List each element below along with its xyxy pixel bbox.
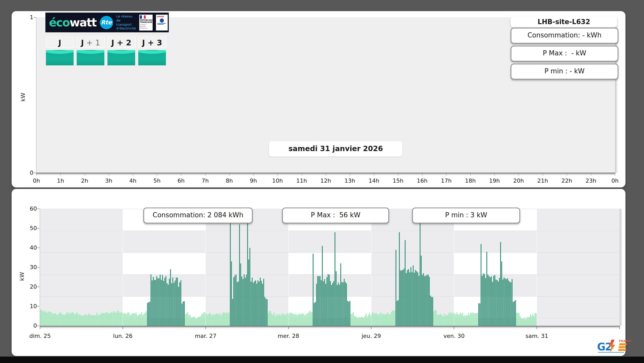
top-chart-y-axis-line <box>36 17 36 173</box>
consumption-bar <box>171 283 172 326</box>
day-separator-line <box>371 209 371 326</box>
consumption-bar <box>532 314 533 326</box>
consumption-bar <box>333 281 334 326</box>
consumption-bar <box>196 318 197 326</box>
day-tab-label: J <box>142 38 145 47</box>
ecowatt-logo-eco-text: éco <box>49 16 70 29</box>
consumption-bar <box>230 222 231 326</box>
top-hour-tick-label: 3h <box>100 178 118 184</box>
top-hour-tick <box>422 173 422 176</box>
consumption-bar <box>105 313 105 326</box>
day-tab-j+3[interactable]: J + 3 <box>138 36 166 48</box>
consumption-bar <box>302 313 303 326</box>
ecowatt-day-status-icon[interactable] <box>107 50 136 66</box>
consumption-bar <box>392 310 393 326</box>
consumption-bar <box>497 280 498 326</box>
consumption-bar <box>156 276 157 326</box>
consumption-bar <box>216 313 217 326</box>
consumption-bar <box>225 313 226 326</box>
top-hour-tick-label: 0h <box>27 178 45 184</box>
consumption-bar <box>194 317 195 326</box>
consumption-bar <box>367 317 368 326</box>
consumption-bar <box>385 314 386 326</box>
day-tab-label: J <box>81 38 84 47</box>
consumption-bar <box>125 313 126 326</box>
consumption-bar <box>138 315 139 326</box>
consumption-bar <box>535 313 536 326</box>
consumption-bar <box>348 302 349 326</box>
consumption-bar <box>108 313 109 326</box>
consumption-bar <box>284 314 285 326</box>
consumption-bar <box>395 250 396 326</box>
consumption-bar <box>41 310 42 326</box>
consumption-bar <box>253 283 254 326</box>
consumption-bar <box>126 314 127 326</box>
consumption-bar <box>234 276 235 326</box>
consumption-bar <box>222 313 223 326</box>
consumption-bar <box>78 315 79 326</box>
consumption-bar <box>420 217 420 326</box>
top-y-tick-label: 0 <box>18 170 33 176</box>
grid-band <box>123 274 206 296</box>
consumption-bar <box>61 313 62 326</box>
consumption-bar-chart[interactable] <box>40 209 620 326</box>
rte-logo-text: Rte <box>101 19 112 26</box>
consumption-bar <box>113 313 113 326</box>
consumption-bar <box>212 316 212 326</box>
consumption-bar <box>148 302 149 326</box>
consumption-bar <box>511 282 511 326</box>
consumption-bar <box>323 281 324 326</box>
consumption-bar <box>419 276 419 326</box>
consumption-bar <box>305 315 305 326</box>
consumption-bar <box>200 317 201 326</box>
consumption-bar <box>231 261 232 326</box>
consumption-bar <box>130 315 131 326</box>
consumption-bar <box>440 314 441 326</box>
consumption-bar <box>433 311 434 326</box>
consumption-bar <box>439 315 440 326</box>
consumption-bar <box>531 316 532 326</box>
consumption-bar <box>402 270 403 326</box>
ecowatt-day-status-icon[interactable] <box>45 50 74 66</box>
consumption-bar <box>179 282 180 326</box>
consumption-bar <box>151 274 151 326</box>
g2e-france-logo: G2 FRANCE <box>597 339 631 354</box>
consumption-bar <box>47 313 48 326</box>
consumption-bar <box>54 314 55 326</box>
consumption-bar <box>93 315 94 326</box>
day-tab-j+2[interactable]: J + 2 <box>107 36 136 48</box>
consumption-bar <box>344 279 344 326</box>
consumption-bar <box>338 283 339 326</box>
consumption-bar <box>482 276 482 326</box>
consumption-bar <box>117 310 118 326</box>
consumption-bar <box>203 312 204 326</box>
bottom-y-tick-label: 20 <box>19 283 37 290</box>
bottom-day-tick-label: lun. 26 <box>105 333 141 339</box>
top-hour-tick-label: 19h <box>486 178 503 184</box>
top-chart-y-unit-label: kW <box>20 93 26 102</box>
consumption-bar <box>422 275 423 326</box>
consumption-bar <box>74 313 74 326</box>
top-hour-tick-label: 1h <box>52 178 70 184</box>
consumption-bar <box>252 278 253 326</box>
bottom-y-tick-dash <box>37 209 39 209</box>
consumption-bar <box>239 224 240 326</box>
consumption-bar <box>106 313 106 326</box>
ecowatt-day-status-icon[interactable] <box>138 50 166 66</box>
bottom-chart-axis-shadow <box>40 327 620 329</box>
consumption-bar <box>146 311 147 326</box>
consumption-bar <box>223 312 224 326</box>
consumption-bar <box>244 274 244 326</box>
consumption-bar <box>483 273 484 326</box>
grid-line <box>40 296 620 297</box>
consumption-bar <box>209 313 210 326</box>
ecowatt-day-status-icon[interactable] <box>76 50 105 66</box>
consumption-bar <box>423 273 424 326</box>
consumption-bar <box>227 313 228 326</box>
republique-motto: Liberté Égalité Fraternité <box>140 24 152 29</box>
day-tab-j[interactable]: J <box>45 36 74 48</box>
consumption-bar <box>347 301 348 326</box>
day-tab-j+1[interactable]: J + 1 <box>76 36 105 48</box>
ademe-text: ADEME <box>157 16 167 18</box>
consumption-bar <box>110 313 111 326</box>
